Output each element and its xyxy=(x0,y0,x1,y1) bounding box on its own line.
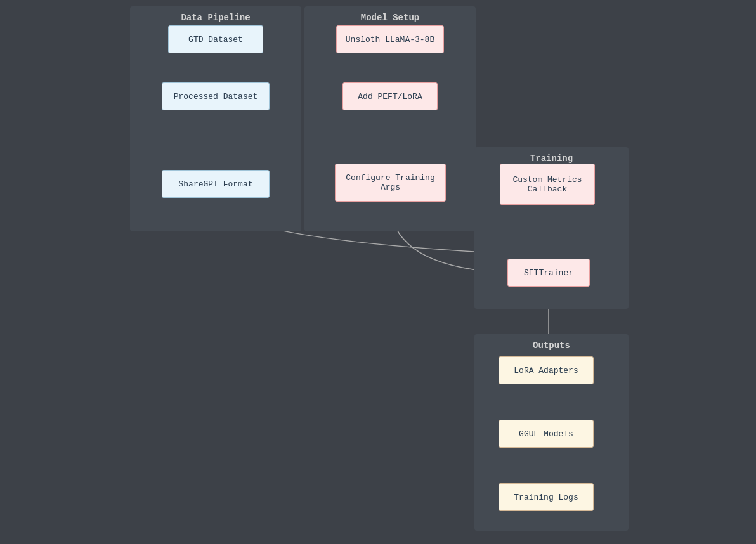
gguf-models-node: GGUF Models xyxy=(499,420,594,448)
outputs-title: Outputs xyxy=(474,334,629,356)
sharegpt-format-node: ShareGPT Format xyxy=(162,170,270,198)
lora-adapters-node: LoRA Adapters xyxy=(499,356,594,384)
gtd-dataset-node: GTD Dataset xyxy=(168,25,263,53)
diagram-container: Data Pipeline Model Setup Training Outpu… xyxy=(0,0,756,544)
add-peft-lora-node: Add PEFT/LoRA xyxy=(342,82,438,110)
processed-dataset-node: Processed Dataset xyxy=(162,82,270,110)
sft-trainer-node: SFTTrainer xyxy=(507,259,590,287)
training-logs-node: Training Logs xyxy=(499,483,594,511)
unsloth-llama-node: Unsloth LLaMA-3-8B xyxy=(336,25,444,53)
configure-training-args-node: Configure Training Args xyxy=(335,164,446,202)
model-setup-title: Model Setup xyxy=(304,6,476,28)
custom-metrics-callback-node: Custom Metrics Callback xyxy=(500,164,595,205)
data-pipeline-title: Data Pipeline xyxy=(130,6,301,28)
